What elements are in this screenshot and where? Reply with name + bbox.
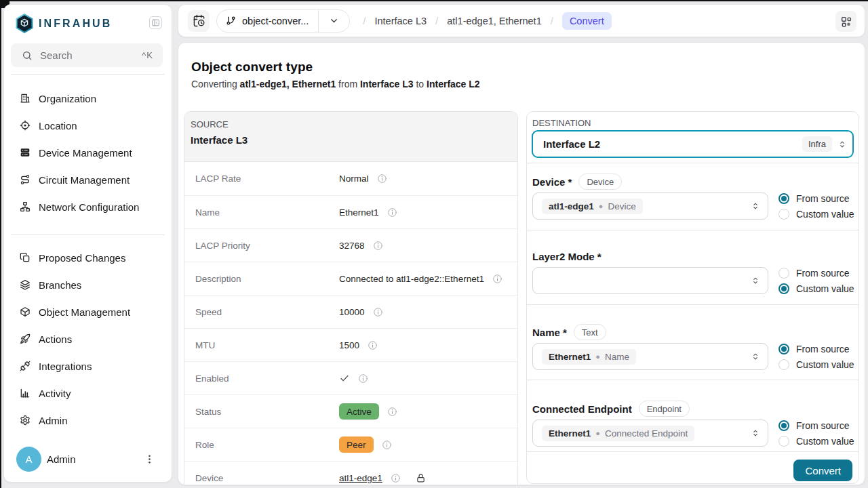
layers-icon <box>20 279 31 291</box>
destination-field-name: Name *TextEthernet1●NameFrom sourceCusto… <box>527 304 859 380</box>
source-row-enabled: Enabled <box>184 361 517 394</box>
subtitle-text: from <box>336 79 360 89</box>
source-row-mtu: MTU1500 <box>184 328 517 361</box>
selected-value-chip: Ethernet1●Connected Endpoint <box>542 426 694 441</box>
apps-menu-button[interactable] <box>835 11 856 32</box>
destination-type-select[interactable]: Interface L2 Infra <box>532 130 854 158</box>
field-label: Layer2 Mode * <box>532 251 601 262</box>
radio-option[interactable]: From source <box>778 268 863 279</box>
sidebar-item-proposed-changes[interactable]: Proposed Changes <box>4 244 172 271</box>
field-select[interactable]: Ethernet1●Connected Endpoint <box>532 420 768 447</box>
sidebar-item-organization[interactable]: Organization <box>4 85 172 112</box>
info-icon[interactable] <box>387 207 397 218</box>
branch-selector[interactable]: object-conver... <box>216 9 350 33</box>
git-branch-icon <box>226 16 236 26</box>
search-input[interactable]: Search ^K <box>11 43 163 67</box>
info-icon[interactable] <box>382 440 392 450</box>
radio-from-source[interactable] <box>778 420 789 431</box>
radio-option[interactable]: Custom value <box>778 283 863 294</box>
user-menu[interactable]: A Admin <box>4 440 172 478</box>
kebab-menu-icon[interactable] <box>144 453 155 465</box>
related-object-link[interactable]: atl1-edge1 <box>339 473 382 483</box>
subtitle-emphasis: Interface L3 <box>360 79 414 89</box>
field-select[interactable]: Ethernet1●Name <box>532 343 768 370</box>
field-label: Device * <box>532 176 572 188</box>
time-travel-calendar-button[interactable] <box>188 10 210 32</box>
radio-custom-value[interactable] <box>778 436 789 447</box>
destination-field-connected-endpoint: Connected EndpointEndpointEthernet1●Conn… <box>527 380 859 451</box>
subtitle-text: Converting <box>191 79 240 89</box>
subtitle-text: to <box>414 79 427 89</box>
radio-custom-value[interactable] <box>778 283 789 294</box>
info-icon[interactable] <box>492 274 502 284</box>
branch-current[interactable]: object-conver... <box>217 10 318 32</box>
radio-option[interactable]: Custom value <box>778 209 863 220</box>
breadcrumb-item[interactable]: atl1-edge1, Ethernet1 <box>447 16 541 26</box>
sidebar-item-integrations[interactable]: Integrations <box>4 352 172 380</box>
attribute-label: Device <box>195 473 339 483</box>
destination-type-namespace-badge: Infra <box>802 136 832 152</box>
info-icon[interactable] <box>391 473 401 483</box>
info-icon[interactable] <box>373 307 383 317</box>
status-badge: Peer <box>339 436 374 453</box>
sidebar-item-activity[interactable]: Activity <box>4 380 172 407</box>
radio-custom-value[interactable] <box>778 359 789 370</box>
sidebar-item-admin[interactable]: Admin <box>4 407 172 434</box>
info-icon[interactable] <box>373 241 383 251</box>
convert-button[interactable]: Convert <box>793 460 852 481</box>
status-badge: Active <box>339 403 379 420</box>
breadcrumb-item[interactable]: Interface L3 <box>375 16 427 26</box>
window-frame-top <box>0 0 868 1</box>
chevrons-up-down-icon <box>751 201 760 211</box>
radio-from-source[interactable] <box>778 268 789 279</box>
field-kind-badge: Device <box>578 174 622 190</box>
sidebar-item-device-management[interactable]: Device Management <box>4 139 172 166</box>
radio-from-source[interactable] <box>778 193 789 204</box>
attribute-value: Connected to atl1-edge2::Ethernet1 <box>339 274 484 284</box>
branch-dropdown-toggle[interactable] <box>318 10 349 32</box>
source-row-lacp-priority: LACP Priority32768 <box>184 228 517 262</box>
route-icon <box>20 174 31 186</box>
sidebar-collapse-button[interactable] <box>149 16 162 29</box>
info-icon[interactable] <box>358 373 368 384</box>
radio-option[interactable]: Custom value <box>778 359 863 370</box>
field-select[interactable] <box>532 267 768 294</box>
breadcrumb-item[interactable]: Convert <box>562 12 612 30</box>
hierarchy-icon <box>20 201 31 213</box>
chart-icon <box>20 388 31 399</box>
field-kind-badge: Endpoint <box>639 401 690 417</box>
value-source-radio-group: From sourceCustom value <box>778 267 863 294</box>
sidebar-item-branches[interactable]: Branches <box>4 271 172 298</box>
field-select[interactable]: atl1-edge1●Device <box>532 192 768 220</box>
radio-from-source[interactable] <box>778 344 789 354</box>
rocket-icon <box>20 333 31 345</box>
search-icon <box>22 50 33 61</box>
attribute-label: LACP Priority <box>195 241 339 251</box>
chevrons-up-down-icon <box>751 352 760 361</box>
search-placeholder: Search <box>40 49 73 61</box>
sidebar-item-circuit-management[interactable]: Circuit Management <box>4 166 172 193</box>
chevrons-up-down-icon <box>751 276 760 285</box>
radio-custom-value[interactable] <box>778 209 789 220</box>
avatar: A <box>16 447 41 472</box>
sidebar-item-actions[interactable]: Actions <box>4 325 172 352</box>
target-icon <box>20 120 31 131</box>
sidebar-item-object-management[interactable]: Object Management <box>4 298 172 325</box>
infrahub-logo-icon <box>15 14 34 33</box>
sidebar-item-network-configuration[interactable]: Network Configuration <box>4 193 172 220</box>
lock-icon <box>416 473 426 483</box>
radio-option[interactable]: Custom value <box>778 436 863 447</box>
info-icon[interactable] <box>377 174 387 184</box>
radio-option[interactable]: From source <box>778 193 863 204</box>
radio-option[interactable]: From source <box>778 420 863 431</box>
info-icon[interactable] <box>387 407 397 417</box>
attribute-value: 1500 <box>339 340 359 350</box>
sidebar-item-location[interactable]: Location <box>4 112 172 139</box>
radio-option[interactable]: From source <box>778 344 863 354</box>
dot-separator: ● <box>595 429 600 437</box>
attribute-value: 32768 <box>339 241 365 251</box>
info-icon[interactable] <box>368 340 378 350</box>
dot-separator: ● <box>599 202 604 210</box>
main-content: Object convert type Converting atl1-edge… <box>178 42 865 485</box>
attribute-label: Status <box>195 407 339 417</box>
